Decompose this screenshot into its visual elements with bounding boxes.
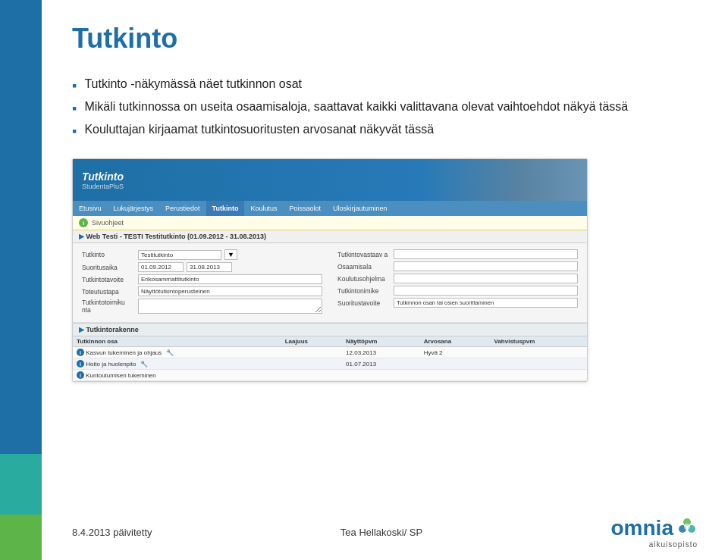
main-content: Tutkinto Tutkinto -näkymässä näet tutkin… — [57, 0, 728, 560]
form-row-koulutusohjelma: Koulutusohjelma — [337, 274, 578, 283]
svg-point-3 — [684, 524, 690, 530]
screenshot-mockup: Tutkinto StudentaPluS Etusivu Lukujärjes… — [72, 158, 588, 382]
input-tutkintovastaava[interactable] — [394, 249, 578, 259]
tool-icon-2: 🔧 — [140, 361, 148, 368]
label-suoritustavoite: Suoritustavoite — [337, 299, 391, 307]
label-tutkintonimike: Tutkintonimike — [337, 287, 391, 295]
nav-koulutus[interactable]: Koulutus — [244, 201, 283, 216]
label-osaamisala: Osaamisala — [337, 263, 391, 271]
table-row: i Kuntoutumisen tukeminen — [73, 370, 587, 381]
input-osaamisala[interactable] — [394, 261, 578, 271]
scr-logo: Tutkinto StudentaPluS — [82, 171, 124, 190]
label-tutkinto: Tutkinto — [82, 251, 135, 258]
label-tutkintotoimikunta: Tutkintotoimiku nta — [82, 299, 135, 314]
cell-arvosana-1: Hyvä 2 — [420, 347, 491, 358]
input-suoritusaika-end[interactable] — [187, 262, 232, 272]
page-title: Tutkinto — [72, 23, 698, 55]
scr-rakenne-header: ▶ Tutkintorakenne — [73, 323, 587, 336]
cell-vahvistuspvm-2 — [491, 358, 588, 370]
omnia-flower-icon — [676, 516, 698, 540]
left-color-bars — [0, 0, 42, 560]
bar-teal — [0, 454, 42, 515]
bullet-item-3: Kouluttajan kirjaamat tutkintosuorituste… — [72, 123, 698, 139]
label-toteutustapa: Toteutustapa — [82, 288, 135, 296]
omnia-text: omnia — [611, 518, 673, 539]
cell-laajuus-2 — [281, 358, 342, 370]
form-row-tutkintonimike: Tutkintonimike — [337, 286, 578, 296]
scr-table: Tutkinnon osa Laajuus Näyttöpvm Arvosana… — [73, 336, 587, 381]
scr-header-bg — [420, 159, 587, 201]
form-left-col: Tutkinto ▼ Suoritusaika Tutkintotavoite — [82, 249, 322, 316]
input-tutkintotoimikunta[interactable] — [138, 299, 322, 314]
input-suoritustavoite[interactable] — [394, 298, 578, 308]
info-circle-2: i — [77, 360, 84, 368]
cell-vahvistuspvm-1 — [491, 347, 588, 358]
form-row-osaamisala: Osaamisala — [337, 261, 578, 271]
footer: 8.4.2013 päivitetty Tea Hellakoski/ SP o… — [57, 516, 728, 549]
scr-logo-sub: StudentaPluS — [82, 183, 124, 190]
label-tutkintotavoite: Tutkintotavoite — [82, 276, 135, 283]
tutkinto-dropdown[interactable]: ▼ — [224, 249, 237, 260]
nav-lukujarjestys[interactable]: Lukujärjestys — [108, 201, 160, 216]
bullet-list: Tutkinto -näkymässä näet tutkinnon osat … — [72, 77, 698, 139]
form-row-tutkintotoimikunta: Tutkintotoimiku nta — [82, 299, 322, 314]
scr-section-title: ▶ Web Testi - TESTI Testitutkinto (01.09… — [73, 230, 587, 243]
form-row-tutkintovastaava: Tutkintovastaav a — [337, 249, 578, 259]
footer-date: 8.4.2013 päivitetty — [72, 527, 152, 538]
scr-nav: Etusivu Lukujärjestys Perustiedot Tutkin… — [73, 201, 587, 216]
scr-logo-text: Tutkinto — [82, 171, 124, 183]
col-tutkinnon-osa: Tutkinnon osa — [73, 336, 281, 347]
form-row-tutkintotavoite: Tutkintotavoite — [82, 274, 322, 284]
col-laajuus: Laajuus — [281, 336, 342, 347]
input-tutkintotavoite[interactable] — [138, 274, 322, 284]
cell-laajuus-3 — [281, 370, 342, 381]
info-circle-3: i — [77, 371, 84, 379]
form-row-tutkinto: Tutkinto ▼ — [82, 249, 322, 260]
nav-etusivu[interactable]: Etusivu — [73, 201, 108, 216]
omnia-logo: omnia aikuisopisto — [611, 516, 698, 549]
label-koulutusohjelma: Koulutusohjelma — [337, 275, 391, 283]
label-tutkintovastaava: Tutkintovastaav a — [337, 251, 391, 258]
input-tutkinto[interactable] — [138, 250, 221, 260]
footer-name: Tea Hellakoski/ SP — [340, 527, 422, 538]
scr-form-grid: Tutkinto ▼ Suoritusaika Tutkintotavoite — [82, 249, 578, 316]
scr-info-bar: i Sivuohjeet — [73, 216, 587, 230]
scr-header: Tutkinto StudentaPluS — [73, 159, 587, 201]
cell-nayttopvm-2: 01.07.2013 — [342, 358, 420, 370]
form-row-suoritustavoite: Suoritustavoite — [337, 298, 578, 308]
table-row: i Hoito ja huolenpito 🔧 01.07.2013 — [73, 358, 587, 370]
form-row-suoritusaika: Suoritusaika — [82, 262, 322, 272]
cell-arvosana-2 — [420, 358, 491, 370]
cell-arvosana-3 — [420, 370, 491, 381]
input-tutkintonimike[interactable] — [394, 286, 578, 296]
form-row-toteutustapa: Toteutustapa — [82, 286, 322, 296]
info-circle-1: i — [77, 349, 84, 356]
col-vahvistuspvm: Vahvistuspvm — [491, 336, 588, 347]
table-row: i Kasvun tukeminen ja ohjaus 🔧 12.03.201… — [73, 347, 587, 358]
bar-blue — [0, 0, 42, 454]
tool-icon-1: 🔧 — [166, 349, 174, 356]
form-right-col: Tutkintovastaav a Osaamisala Koulutusohj… — [337, 249, 578, 316]
cell-name-2: i Hoito ja huolenpito 🔧 — [73, 358, 281, 370]
input-toteutustapa[interactable] — [138, 286, 322, 296]
table-header-row: Tutkinnon osa Laajuus Näyttöpvm Arvosana… — [73, 336, 587, 347]
cell-nayttopvm-3 — [342, 370, 420, 381]
omnia-sub: aikuisopisto — [649, 540, 698, 549]
cell-laajuus-1 — [281, 347, 342, 358]
nav-tutkinto[interactable]: Tutkinto — [206, 201, 245, 216]
input-koulutusohjelma[interactable] — [394, 274, 578, 283]
bar-green — [0, 515, 42, 560]
cell-name-3: i Kuntoutumisen tukeminen — [73, 370, 281, 381]
nav-perustiedot[interactable]: Perustiedot — [159, 201, 206, 216]
nav-poissaolot[interactable]: Poissaolot — [283, 201, 327, 216]
info-icon: i — [79, 218, 88, 227]
cell-vahvistuspvm-3 — [491, 370, 588, 381]
scr-form: Tutkinto ▼ Suoritusaika Tutkintotavoite — [73, 243, 587, 323]
input-suoritusaika-start[interactable] — [138, 262, 184, 272]
cell-name-1: i Kasvun tukeminen ja ohjaus 🔧 — [73, 347, 281, 358]
cell-nayttopvm-1: 12.03.2013 — [342, 347, 420, 358]
bullet-item-2: Mikäli tutkinnossa on useita osaamisaloj… — [72, 100, 698, 117]
col-arvosana: Arvosana — [420, 336, 491, 347]
nav-uloskirjautuminen[interactable]: Uloskirjautuminen — [327, 201, 394, 216]
col-nayttopvm: Näyttöpvm — [342, 336, 420, 347]
